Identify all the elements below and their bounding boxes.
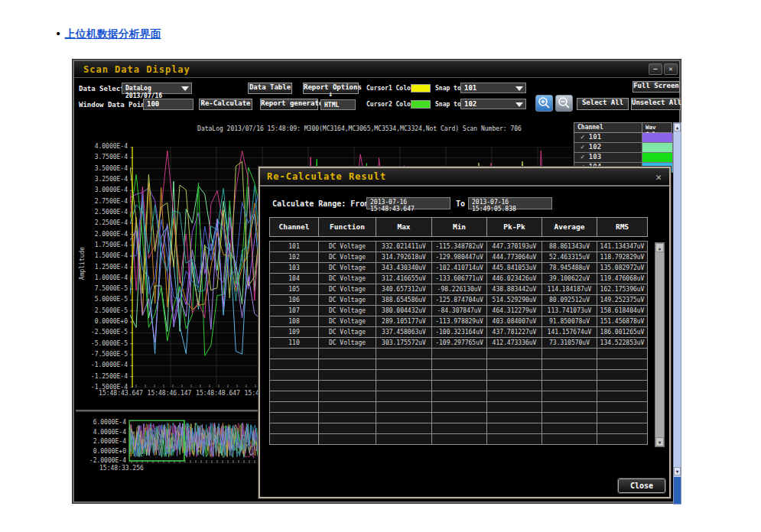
cursor1-color-swatch[interactable] bbox=[411, 84, 431, 92]
scroll-up-icon[interactable]: ▲ bbox=[655, 243, 664, 252]
snap1-dropdown[interactable]: 101 bbox=[460, 83, 526, 93]
result-table-row[interactable]: 104DC Voltage312.416655uV-133.606771uV44… bbox=[270, 274, 665, 284]
result-table-row[interactable]: 108DC Voltage289.105177uV-113.978829uV40… bbox=[270, 316, 665, 327]
dialog-close-icon[interactable]: ✕ bbox=[655, 171, 662, 183]
channel-row[interactable]: ✓ 102 bbox=[574, 143, 673, 153]
result-table-row[interactable] bbox=[270, 434, 665, 445]
result-table-row[interactable]: 101DC Voltage332.021411uV-115.348782uV44… bbox=[270, 242, 665, 252]
channel-check-label: ✓ 101 bbox=[574, 133, 642, 143]
result-column-header: Function bbox=[318, 217, 376, 237]
data-select-dropdown[interactable]: DataLog 2013/07/16 bbox=[122, 83, 192, 94]
scroll-down-icon[interactable]: ▼ bbox=[655, 437, 664, 446]
result-table-row[interactable] bbox=[270, 359, 665, 370]
result-cell: 52.463315uV bbox=[541, 251, 597, 263]
result-cell bbox=[269, 369, 319, 381]
result-table-row[interactable]: 107DC Voltage380.004432uV-84.307847uV464… bbox=[270, 306, 665, 316]
unselect-all-button[interactable]: Unselect All bbox=[631, 98, 681, 110]
result-cell: 388.654586uV bbox=[376, 294, 432, 306]
result-cell bbox=[318, 348, 376, 359]
result-table-row[interactable] bbox=[270, 402, 665, 413]
y-tick-label: 7.5000E-5 bbox=[82, 285, 128, 292]
zoom-out-button[interactable] bbox=[555, 95, 573, 112]
result-table-row[interactable]: 106DC Voltage388.654586uV-125.874704uV51… bbox=[270, 295, 665, 306]
close-icon[interactable]: ✕ bbox=[664, 63, 678, 75]
result-table-row[interactable] bbox=[270, 381, 665, 391]
result-cell: 403.084007uV bbox=[486, 316, 542, 327]
full-screen-button[interactable]: Full Screen bbox=[633, 81, 680, 92]
channel-row[interactable]: ✓ 101 bbox=[574, 133, 673, 143]
report-format-dropdown[interactable]: HTML bbox=[320, 99, 356, 110]
cursor2-color-swatch[interactable] bbox=[411, 100, 431, 109]
minimize-icon[interactable]: − bbox=[649, 63, 662, 75]
result-cell: -115.348782uV bbox=[431, 241, 487, 252]
result-cell: -84.307847uV bbox=[431, 305, 487, 316]
recalculate-result-dialog: Re-Calculate Result ✕ Calculate Range: F… bbox=[259, 167, 671, 498]
result-cell: 314.792618uV bbox=[376, 251, 432, 263]
page-link[interactable]: 上位机数据分析界面 bbox=[65, 28, 161, 40]
result-cell: 162.175396uV bbox=[597, 284, 648, 295]
y-tick-label: 2.7500E-4 bbox=[82, 198, 128, 205]
zoom-in-icon bbox=[536, 96, 552, 111]
result-table-row[interactable] bbox=[270, 423, 665, 434]
result-cell bbox=[431, 412, 487, 423]
result-cell bbox=[541, 401, 597, 413]
data-table-button[interactable]: Data Table bbox=[248, 83, 292, 94]
channel-color-swatch bbox=[642, 153, 673, 163]
result-cell bbox=[431, 348, 487, 359]
result-cell bbox=[597, 369, 648, 381]
result-table-row[interactable]: 110DC Voltage303.175572uV-109.297765uV41… bbox=[270, 338, 665, 349]
result-table-row[interactable]: 103DC Voltage343.430340uV-102.410714uV44… bbox=[270, 263, 665, 274]
result-column-header: Channel bbox=[269, 217, 319, 237]
window-data-points-input[interactable]: 100 bbox=[143, 99, 194, 110]
range-from-input[interactable]: 2013-07-16 15:48:43.647 bbox=[366, 197, 450, 209]
result-table-row[interactable] bbox=[270, 391, 665, 402]
result-cell bbox=[541, 412, 597, 423]
result-cell bbox=[318, 423, 376, 434]
range-to-input[interactable]: 2013-07-16 15:49:05.838 bbox=[468, 197, 552, 209]
window-vertical-scrollbar[interactable]: ▲ ▼ bbox=[673, 122, 681, 504]
result-table-row[interactable] bbox=[270, 370, 665, 381]
scroll-down-icon[interactable]: ▼ bbox=[674, 467, 681, 475]
dialog-close-button[interactable]: Close bbox=[618, 478, 665, 493]
result-cell: 343.430340uV bbox=[376, 262, 432, 274]
result-table: ChannelFunctionMaxMinPk-PkAverageRMS 101… bbox=[270, 217, 665, 447]
result-cell: 289.105177uV bbox=[376, 316, 432, 327]
y-tick-label: 1.5000E-4 bbox=[82, 252, 128, 259]
cursor1-color-label: Cursor1 Color bbox=[366, 85, 415, 92]
result-table-row[interactable]: 109DC Voltage337.458063uV-100.323164uV43… bbox=[270, 327, 665, 338]
result-table-row[interactable] bbox=[270, 413, 665, 423]
bullet-item: • 上位机数据分析界面 bbox=[55, 28, 161, 41]
result-cell: 108 bbox=[269, 316, 319, 327]
result-cell: DC Voltage bbox=[318, 251, 376, 263]
scrollbar-thumb[interactable] bbox=[674, 477, 681, 504]
result-column-header: Min bbox=[431, 217, 487, 237]
result-table-row[interactable]: 105DC Voltage340.657312uV-98.226130uV438… bbox=[270, 284, 665, 295]
result-cell: DC Voltage bbox=[318, 337, 376, 349]
result-table-row[interactable]: 102DC Voltage314.792618uV-129.980447uV44… bbox=[270, 252, 665, 263]
channel-color-swatch bbox=[642, 133, 673, 143]
report-generator-button[interactable]: Report generator bbox=[260, 99, 318, 110]
result-cell: -125.874704uV bbox=[431, 294, 487, 306]
result-cell bbox=[597, 391, 648, 402]
result-cell: 158.618404uV bbox=[597, 305, 648, 316]
channel-column-header: Channel bbox=[574, 122, 642, 133]
result-cell: 101 bbox=[269, 241, 319, 252]
result-cell: 141.157674uV bbox=[541, 326, 597, 338]
snap2-dropdown[interactable]: 102 bbox=[460, 99, 526, 109]
recalculate-button[interactable]: Re-Calculate bbox=[199, 99, 252, 110]
result-cell: DC Voltage bbox=[318, 305, 376, 316]
result-cell bbox=[597, 358, 648, 370]
result-table-row[interactable] bbox=[270, 349, 665, 359]
to-label: To bbox=[456, 200, 465, 208]
result-cell bbox=[486, 423, 542, 434]
dialog-titlebar[interactable]: Re-Calculate Result ✕ bbox=[260, 168, 669, 187]
result-cell bbox=[269, 348, 319, 359]
scroll-up-icon[interactable]: ▲ bbox=[674, 123, 681, 131]
channel-row[interactable]: ✓ 103 bbox=[574, 153, 673, 163]
result-cell: 340.657312uV bbox=[376, 284, 432, 295]
select-all-button[interactable]: Select All bbox=[577, 98, 629, 110]
result-cell: 446.023426uV bbox=[486, 273, 542, 284]
zoom-in-button[interactable] bbox=[535, 95, 553, 112]
window-titlebar[interactable]: Scan Data Display − ✕ bbox=[74, 61, 679, 78]
table-vertical-scrollbar[interactable]: ▲ ▼ bbox=[655, 242, 665, 447]
